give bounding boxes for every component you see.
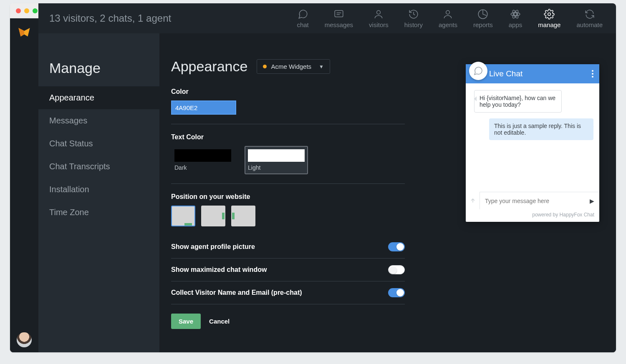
text-color-dark-option[interactable]: Dark xyxy=(171,146,235,174)
chat-menu-button[interactable] xyxy=(592,70,593,78)
svg-point-3 xyxy=(377,10,381,14)
nav-agents[interactable]: agents xyxy=(439,9,457,28)
close-window-button[interactable] xyxy=(16,8,21,13)
brand-logo-icon xyxy=(17,26,31,40)
chat-agent-avatar xyxy=(469,62,487,80)
agents-icon xyxy=(442,9,453,20)
save-button[interactable]: Save xyxy=(171,314,201,329)
swatch-label: Light xyxy=(248,164,305,171)
nav-label: reports xyxy=(473,21,493,28)
form-actions: Save Cancel xyxy=(171,314,405,329)
chat-icon xyxy=(298,9,308,20)
chat-send-button[interactable]: ▶ xyxy=(590,198,594,204)
nav-label: apps xyxy=(509,21,523,28)
position-label: Position on your website xyxy=(171,193,405,201)
chat-title: Live Chat xyxy=(489,69,523,78)
nav-history[interactable]: history xyxy=(404,9,423,28)
sidebar-item-chat-transcripts[interactable]: Chat Transcripts xyxy=(38,155,159,178)
nav-reports[interactable]: reports xyxy=(473,9,493,28)
sidebar-heading: Manage xyxy=(38,48,159,86)
svg-point-6 xyxy=(514,13,517,15)
toggle-collect-prechat[interactable] xyxy=(388,288,405,297)
chat-widget-preview: Live Chat Hi {visitorName}, how can we h… xyxy=(466,64,599,222)
minimize-window-button[interactable] xyxy=(24,8,29,13)
light-swatch xyxy=(248,149,305,162)
toggle-row-maximized: Show maximized chat window xyxy=(171,259,405,281)
text-color-light-option[interactable]: Light xyxy=(245,146,308,174)
chat-input-row: ▶ xyxy=(466,192,599,209)
chevron-down-icon: ▼ xyxy=(319,64,324,70)
color-label: Color xyxy=(171,88,405,95)
main-content: Appearance Acme Widgets ▼ Color Text Col… xyxy=(159,18,616,352)
nav-label: agents xyxy=(439,21,457,28)
nav-label: chat xyxy=(297,21,308,28)
toggle-label: Collect Visitor Name and Email (pre-chat… xyxy=(171,289,302,296)
nav-label: automate xyxy=(576,21,603,28)
toggle-label: Show agent profile picture xyxy=(171,243,255,251)
position-options xyxy=(171,206,405,226)
cancel-button[interactable]: Cancel xyxy=(209,318,230,325)
visitors-icon xyxy=(373,9,384,20)
nav-chat[interactable]: chat xyxy=(297,9,308,28)
nav-manage[interactable]: manage xyxy=(538,9,560,28)
chat-body: Hi {visitorName}, how can we help you to… xyxy=(466,83,599,192)
history-icon xyxy=(408,9,419,20)
toggle-row-prechat: Collect Visitor Name and Email (pre-chat… xyxy=(171,281,405,304)
position-indicator xyxy=(184,223,192,226)
svg-point-10 xyxy=(548,13,551,15)
profile-selector[interactable]: Acme Widgets ▼ xyxy=(257,59,330,74)
nav-visitors[interactable]: visitors xyxy=(369,9,389,28)
manage-sidebar: Manage Appearance Messages Chat Status C… xyxy=(38,18,159,352)
position-middle-right[interactable] xyxy=(201,206,225,226)
sidebar-item-appearance[interactable]: Appearance xyxy=(38,86,159,109)
divider xyxy=(171,124,405,124)
dark-swatch xyxy=(174,149,231,162)
toggle-label: Show maximized chat window xyxy=(171,266,267,274)
upload-arrow-icon xyxy=(470,197,476,204)
nav-apps[interactable]: apps xyxy=(509,9,523,28)
nav-label: history xyxy=(404,21,423,28)
chat-message-input[interactable] xyxy=(485,198,586,204)
nav-label: visitors xyxy=(369,21,389,28)
apps-icon xyxy=(510,9,521,20)
maximize-window-button[interactable] xyxy=(33,8,38,13)
position-bottom-right[interactable] xyxy=(171,206,195,226)
position-indicator xyxy=(232,213,235,219)
divider xyxy=(171,183,405,184)
page-title: Appearance xyxy=(171,58,247,75)
automate-icon xyxy=(584,9,595,20)
user-avatar[interactable] xyxy=(17,332,32,347)
svg-rect-0 xyxy=(335,10,343,17)
color-input[interactable] xyxy=(171,100,236,115)
position-middle-left[interactable] xyxy=(231,206,255,226)
toggle-maximized-window[interactable] xyxy=(388,265,405,274)
window-controls xyxy=(16,8,38,13)
nav-automate[interactable]: automate xyxy=(576,9,603,28)
sidebar-item-time-zone[interactable]: Time Zone xyxy=(38,201,159,224)
nav-messages[interactable]: messages xyxy=(325,9,353,28)
chat-outgoing-message: This is just a sample reply. This is not… xyxy=(489,118,593,140)
swatch-label: Dark xyxy=(174,164,231,171)
top-navigation: 13 visitors, 2 chats, 1 agent chat messa… xyxy=(38,3,616,33)
sidebar-item-messages[interactable]: Messages xyxy=(38,109,159,132)
reports-icon xyxy=(477,9,488,20)
chat-attachment-button[interactable] xyxy=(466,192,480,209)
main-nav: chat messages visitors history agents xyxy=(297,9,605,28)
text-color-options: Dark Light xyxy=(171,146,405,174)
messages-icon xyxy=(333,9,344,20)
sidebar-item-installation[interactable]: Installation xyxy=(38,178,159,201)
appearance-form: Color Text Color Dark Light Position on … xyxy=(171,88,405,329)
app-window: 13 visitors, 2 chats, 1 agent chat messa… xyxy=(10,3,616,352)
sidebar-item-chat-status[interactable]: Chat Status xyxy=(38,132,159,155)
toggle-row-profile-picture: Show agent profile picture xyxy=(171,236,405,259)
svg-point-4 xyxy=(446,10,450,14)
profile-status-dot xyxy=(263,65,267,68)
nav-label: manage xyxy=(538,21,560,28)
chat-incoming-message: Hi {visitorName}, how can we help you to… xyxy=(474,90,562,113)
text-color-label: Text Color xyxy=(171,133,405,141)
gear-icon xyxy=(544,9,555,20)
chat-footer: powered by HappyFox Chat xyxy=(466,209,599,222)
chat-header: Live Chat xyxy=(466,64,599,83)
toggle-show-profile-picture[interactable] xyxy=(388,242,405,251)
left-rail xyxy=(10,18,38,352)
